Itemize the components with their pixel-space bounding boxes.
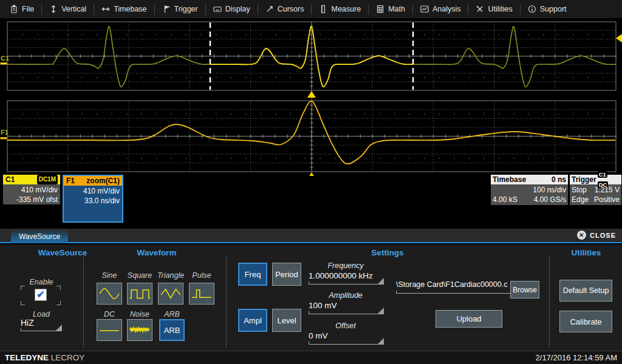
offset-field[interactable]: 0 mV bbox=[309, 331, 384, 345]
c1-descriptor[interactable]: C1 DC1M 410 mV/div -335 mV ofst bbox=[3, 175, 60, 204]
frequency-label: Frequency bbox=[327, 261, 363, 270]
c1-volts-per-div: 410 mV/div bbox=[4, 185, 58, 195]
file-path-field[interactable]: \Storage Card\F1Cardiac00000.c bbox=[396, 280, 510, 294]
f1-zero-marker[interactable] bbox=[1, 137, 7, 140]
menu-file[interactable]: File bbox=[2, 0, 41, 18]
section-divider bbox=[226, 255, 227, 348]
f1-volts-per-div: 410 mV/div bbox=[65, 186, 120, 196]
default-setup-button[interactable]: Default Setup bbox=[559, 280, 612, 302]
menu-bar: FileVerticalTimebaseTriggerDisplayCursor… bbox=[0, 0, 622, 18]
menu-utilities[interactable]: Utilities bbox=[468, 0, 519, 18]
arb-waveform-button[interactable]: ARB bbox=[159, 319, 185, 341]
file-path-value: \Storage Card\F1Cardiac00000.c bbox=[396, 280, 507, 289]
c1-coupling-badge: DC1M bbox=[37, 175, 58, 184]
arb-label: ARB bbox=[164, 310, 180, 318]
offset-label: Offset bbox=[335, 322, 355, 330]
noise-waveform-button[interactable] bbox=[127, 319, 152, 341]
square-waveform-button[interactable] bbox=[127, 283, 152, 305]
support-icon bbox=[528, 5, 536, 13]
brand-logo: TELEDYNE LECROY bbox=[5, 353, 84, 362]
square-label: Square bbox=[128, 271, 152, 280]
menu-label: Measure bbox=[331, 5, 361, 13]
pulse-waveform-button[interactable] bbox=[189, 283, 214, 305]
trigger-body: Stop 1.215 V Edge Positive bbox=[570, 184, 621, 205]
trigger-position-marker[interactable] bbox=[307, 91, 316, 98]
brand-light: LECROY bbox=[51, 353, 85, 362]
menu-label: Utilities bbox=[488, 5, 512, 13]
trigger-summary[interactable]: Trigger C1 DC Stop 1.215 V Edge Positive bbox=[570, 175, 621, 205]
arb-button-label: ARB bbox=[164, 326, 180, 335]
dc-icon bbox=[98, 323, 120, 337]
menu-cursors[interactable]: Cursors bbox=[258, 0, 312, 18]
upload-button[interactable]: Upload bbox=[436, 310, 502, 328]
measure-icon bbox=[319, 5, 327, 13]
dc-waveform-button[interactable] bbox=[97, 319, 122, 341]
section-header-utilities: Utilities bbox=[572, 248, 601, 257]
c1-trace-label: C1 bbox=[1, 55, 9, 62]
menu-label: Vertical bbox=[61, 5, 86, 13]
pulse-icon bbox=[191, 286, 213, 301]
timebase-per-div: 100 ns/div bbox=[493, 185, 566, 195]
menu-label: Trigger bbox=[174, 5, 198, 13]
timebase-icon bbox=[101, 5, 110, 13]
cursors-icon bbox=[265, 5, 274, 13]
menu-label: Timebase bbox=[114, 5, 146, 13]
close-label: CLOSE bbox=[590, 232, 616, 239]
trigger-icon bbox=[162, 5, 171, 13]
menu-vertical[interactable]: Vertical bbox=[42, 0, 94, 18]
ampl-button[interactable]: Ampl bbox=[238, 309, 267, 332]
timebase-summary[interactable]: Timebase 0 ns 100 ns/div 4.00 kS 4.00 GS… bbox=[491, 175, 568, 205]
load-select[interactable]: HiZ bbox=[21, 318, 62, 331]
file-icon bbox=[10, 5, 18, 13]
f1-descriptor[interactable]: F1 zoom(C1) 410 mV/div 33.0 ns/div bbox=[63, 175, 123, 223]
menu-trigger[interactable]: Trigger bbox=[155, 0, 205, 18]
menu-analysis[interactable]: Analysis bbox=[413, 0, 468, 18]
level-button[interactable]: Level bbox=[272, 309, 301, 332]
c1-zero-marker[interactable] bbox=[1, 62, 7, 65]
dropdown-corner-icon bbox=[56, 325, 62, 331]
trigger-title: Trigger bbox=[572, 175, 596, 184]
timebase-rate: 4.00 GS/s bbox=[534, 195, 566, 204]
menu-timebase[interactable]: Timebase bbox=[94, 0, 154, 18]
math-icon bbox=[376, 5, 384, 13]
offset-value: 0 mV bbox=[309, 331, 328, 340]
utilities-icon bbox=[476, 5, 484, 13]
menu-measure[interactable]: Measure bbox=[312, 0, 368, 18]
section-divider bbox=[549, 255, 550, 348]
c1-offset: -335 mV ofst bbox=[4, 195, 58, 204]
menu-label: Cursors bbox=[278, 5, 304, 13]
period-button[interactable]: Period bbox=[272, 263, 301, 286]
amplitude-label: Amplitude bbox=[329, 291, 363, 300]
menu-support[interactable]: Support bbox=[521, 0, 574, 18]
oscilloscope-screen: FileVerticalTimebaseTriggerDisplayCursor… bbox=[0, 0, 622, 364]
load-label: Load bbox=[33, 310, 50, 318]
close-button[interactable]: ✕ CLOSE bbox=[577, 231, 616, 240]
trigger-level-marker[interactable] bbox=[616, 34, 622, 42]
timebase-delay: 0 ns bbox=[552, 175, 566, 184]
display-icon bbox=[213, 5, 222, 13]
triangle-waveform-button[interactable] bbox=[158, 283, 183, 305]
f1-function: zoom(C1) bbox=[86, 176, 120, 186]
timebase-title: Timebase bbox=[493, 175, 526, 184]
zoom-trigger-position-marker[interactable] bbox=[307, 172, 316, 176]
field-corner-icon bbox=[378, 308, 384, 314]
field-corner-icon bbox=[378, 278, 384, 284]
load-value: HiZ bbox=[21, 318, 34, 328]
tab-wavesource[interactable]: WaveSource bbox=[11, 230, 68, 243]
status-bar: TELEDYNE LECROY 2/17/2016 12:14:59 AM bbox=[0, 351, 622, 364]
amplitude-field[interactable]: 100 mV bbox=[309, 301, 384, 314]
f1-descriptor-header: F1 zoom(C1) bbox=[64, 176, 122, 186]
analysis-icon bbox=[420, 5, 429, 13]
menu-math[interactable]: Math bbox=[369, 0, 412, 18]
sine-icon bbox=[98, 286, 120, 301]
enable-checkbox[interactable]: ✔ bbox=[35, 289, 47, 301]
noise-label: Noise bbox=[130, 310, 149, 318]
freq-button[interactable]: Freq bbox=[238, 263, 267, 286]
frequency-field[interactable]: 1.000000000 kHz bbox=[309, 271, 384, 285]
browse-button[interactable]: Browse bbox=[510, 281, 539, 298]
menu-label: Analysis bbox=[432, 5, 461, 13]
sine-waveform-button[interactable] bbox=[97, 283, 122, 305]
f1-descriptor-body: 410 mV/div 33.0 ns/div bbox=[64, 186, 122, 207]
menu-display[interactable]: Display bbox=[206, 0, 258, 18]
calibrate-button[interactable]: Calibrate bbox=[559, 311, 612, 332]
